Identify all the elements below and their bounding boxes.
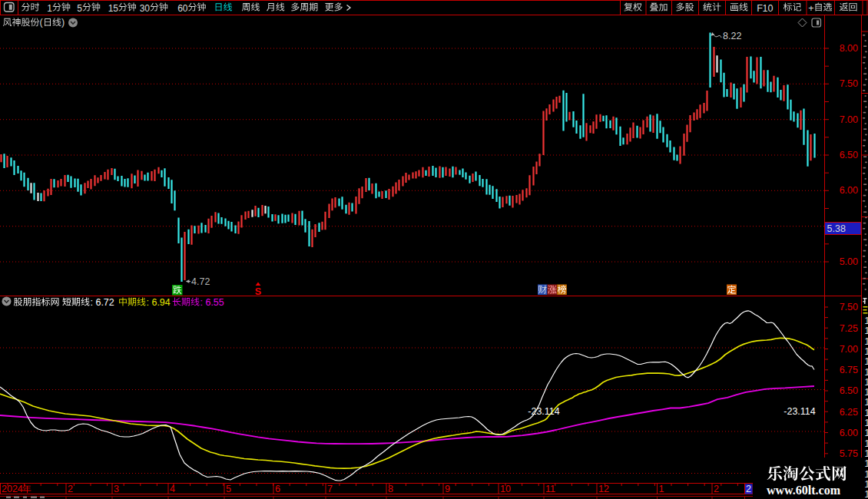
svg-text:7.50: 7.50 <box>840 78 858 89</box>
svg-text:7: 7 <box>327 484 333 494</box>
svg-text:8.22: 8.22 <box>723 31 741 41</box>
svg-text:1: 1 <box>865 377 868 388</box>
svg-text:1: 1 <box>865 489 868 499</box>
svg-text:5: 5 <box>77 3 82 14</box>
svg-text:11: 11 <box>545 484 555 494</box>
svg-text:12: 12 <box>598 484 609 494</box>
svg-text:5.38: 5.38 <box>827 223 846 234</box>
svg-text:1: 1 <box>865 316 868 326</box>
svg-text:-23.114: -23.114 <box>784 406 816 417</box>
svg-text:: 6.55: : 6.55 <box>200 297 224 308</box>
svg-text:7.00: 7.00 <box>840 344 858 355</box>
svg-text:1: 1 <box>865 326 868 336</box>
svg-text:1: 1 <box>865 479 868 490</box>
svg-text:): ) <box>61 17 65 28</box>
svg-text:5.75: 5.75 <box>840 448 858 459</box>
svg-text:1: 1 <box>865 458 868 469</box>
svg-text:2: 2 <box>746 484 751 494</box>
svg-text:2: 2 <box>68 484 73 494</box>
svg-text:3: 3 <box>114 484 119 494</box>
svg-text:5: 5 <box>113 3 118 14</box>
svg-text:4: 4 <box>170 484 175 494</box>
svg-text:1: 1 <box>865 346 868 357</box>
svg-text:1: 1 <box>865 428 868 438</box>
svg-text:6.25: 6.25 <box>840 407 858 418</box>
svg-text:S: S <box>255 286 261 297</box>
svg-text:1: 1 <box>865 408 868 418</box>
svg-text:6.50: 6.50 <box>840 150 858 160</box>
svg-text:6.00: 6.00 <box>840 185 858 196</box>
svg-text:8.00: 8.00 <box>840 43 858 54</box>
svg-text:8: 8 <box>388 484 393 494</box>
svg-text:1: 1 <box>865 438 868 449</box>
svg-text:6.00: 6.00 <box>840 428 858 438</box>
svg-text:-23.114: -23.114 <box>528 406 560 417</box>
svg-text:10: 10 <box>500 484 511 494</box>
svg-text:6: 6 <box>275 484 280 494</box>
svg-text:7.00: 7.00 <box>840 114 858 125</box>
svg-text:4.72: 4.72 <box>191 276 210 287</box>
svg-text:1: 1 <box>659 484 664 494</box>
svg-text:7.25: 7.25 <box>840 323 858 334</box>
svg-text:1: 1 <box>865 418 868 428</box>
svg-text:0: 0 <box>183 3 188 14</box>
svg-text:1: 1 <box>865 367 868 378</box>
svg-text:: 6.94: : 6.94 <box>147 297 171 308</box>
svg-text:2024: 2024 <box>2 484 23 494</box>
svg-text:www.60lt.com: www.60lt.com <box>767 484 841 497</box>
svg-text:: 6.72: : 6.72 <box>91 297 114 308</box>
svg-text:6.75: 6.75 <box>840 365 858 375</box>
svg-text:1: 1 <box>865 387 868 398</box>
svg-text:1: 1 <box>865 469 868 480</box>
svg-text:5: 5 <box>226 484 231 494</box>
svg-text:1: 1 <box>47 3 52 14</box>
svg-text:1: 1 <box>865 448 868 459</box>
svg-text:1: 1 <box>865 356 868 367</box>
svg-text:1: 1 <box>865 397 868 408</box>
svg-text:1: 1 <box>763 3 768 14</box>
svg-text:7.50: 7.50 <box>840 302 858 312</box>
svg-text:0: 0 <box>144 3 150 14</box>
svg-text:5.00: 5.00 <box>840 256 858 267</box>
svg-text:1: 1 <box>865 336 868 347</box>
svg-text:6.50: 6.50 <box>840 385 858 396</box>
svg-text:9: 9 <box>445 484 450 494</box>
svg-text:2: 2 <box>714 484 719 494</box>
svg-text:+: + <box>808 3 813 14</box>
svg-text:0: 0 <box>768 3 774 14</box>
